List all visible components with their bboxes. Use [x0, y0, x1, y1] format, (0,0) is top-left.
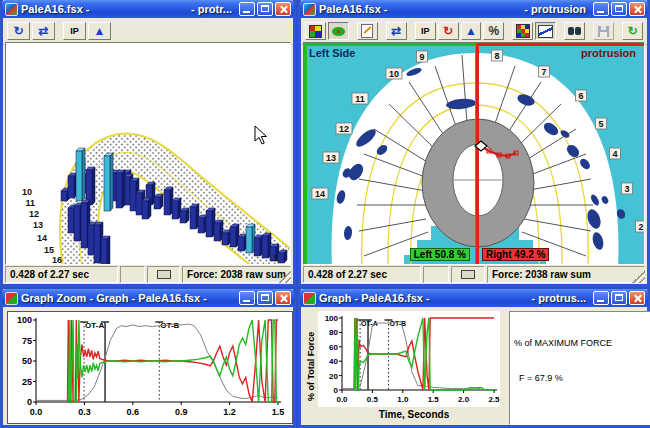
minimize-button[interactable]	[593, 2, 609, 16]
graph-app-icon	[303, 292, 316, 305]
svg-text:13: 13	[33, 220, 43, 230]
save-button[interactable]	[593, 22, 614, 40]
svg-text:0: 0	[334, 386, 339, 395]
svg-text:13: 13	[326, 153, 336, 163]
delta-view-button[interactable]: ▲	[461, 22, 482, 40]
close-button[interactable]	[629, 291, 645, 305]
ip-mode-button[interactable]: IP	[63, 22, 86, 40]
minimize-button[interactable]	[593, 291, 609, 305]
toolbar-3d: ↻⇄IP▲	[3, 18, 293, 45]
window-arch-view: PaleA16.fsx - - protrusion ⇄IP↻▲%↻ 98107…	[298, 0, 650, 287]
ip-mode-icon: IP	[70, 27, 79, 36]
svg-text:5: 5	[598, 119, 603, 129]
titlebar-arch-view[interactable]: PaleA16.fsx - - protrusion	[300, 0, 648, 18]
svg-text:0.0: 0.0	[336, 395, 348, 404]
graph-zoom-chart: 02550751000.00.30.60.91.21.5OT-AOT-B	[8, 312, 290, 421]
titlebar-graph-zoom[interactable]: Graph Zoom - Graph - PaleA16.fsx -	[2, 289, 294, 307]
svg-text:11: 11	[355, 94, 365, 104]
delta-view-button[interactable]: ▲	[88, 22, 111, 40]
svg-text:11: 11	[25, 198, 35, 208]
app-icon	[5, 3, 18, 16]
rotate-red-icon: ↻	[443, 25, 453, 37]
svg-text:1.2: 1.2	[223, 407, 236, 417]
status-sensor	[451, 266, 485, 283]
graph-panel: 0204060801000.00.51.01.52.02.5OT-AOT-B	[318, 311, 500, 407]
svg-text:15: 15	[44, 245, 54, 255]
minimize-button[interactable]	[239, 2, 255, 16]
window-graph-zoom: Graph Zoom - Graph - PaleA16.fsx - 02550…	[0, 289, 296, 428]
svg-text:80: 80	[329, 328, 338, 337]
refresh-green-button[interactable]: ↻	[622, 22, 643, 40]
maximize-button[interactable]	[611, 2, 627, 16]
graph-mode-button[interactable]	[535, 22, 556, 40]
statusbar-3d: 0.428 of 2.27 sec Force: 2038 raw sum	[5, 265, 291, 283]
delta-view-icon: ▲	[94, 25, 106, 37]
svg-text:1.0: 1.0	[397, 395, 409, 404]
svg-text:40: 40	[329, 357, 338, 366]
swap-arrows-button[interactable]: ⇄	[32, 22, 55, 40]
svg-text:4: 4	[612, 149, 617, 159]
status-sensor	[147, 266, 180, 283]
search-binoculars-button[interactable]	[564, 22, 585, 40]
graph-zoom-panel: 02550751000.00.30.60.91.21.5OT-AOT-B	[7, 311, 293, 424]
svg-text:20: 20	[329, 372, 338, 381]
quad-color-view-button[interactable]	[305, 22, 326, 40]
resize-grip[interactable]	[278, 270, 291, 283]
ip-mode-button[interactable]: IP	[415, 22, 436, 40]
svg-text:14: 14	[37, 233, 47, 243]
maximize-button[interactable]	[611, 291, 627, 305]
svg-text:50: 50	[22, 356, 32, 366]
status-time: 0.428 of 2.27 sec	[303, 266, 421, 283]
resize-grip[interactable]	[632, 270, 645, 283]
status-force: Force: 2038 raw sum	[487, 266, 645, 283]
svg-text:14: 14	[315, 189, 325, 199]
edit-notes-button[interactable]	[357, 22, 378, 40]
statusbar-arch: 0.428 of 2.27 sec Force: 2038 raw sum	[303, 265, 645, 283]
close-button[interactable]	[275, 2, 291, 16]
svg-text:75: 75	[22, 336, 32, 346]
maximize-button[interactable]	[257, 2, 273, 16]
svg-text:100: 100	[17, 315, 32, 325]
window-title: Graph Zoom - Graph - PaleA16.fsx -	[21, 292, 207, 304]
window-title: Graph - PaleA16.fsx -	[319, 292, 430, 304]
window-3d-forces: PaleA16.fsx - - protr... ↻⇄IP▲ 101112131…	[0, 0, 296, 287]
swap-arrows-button[interactable]: ⇄	[386, 22, 407, 40]
stat-max-force-value: F = 67.9 %	[514, 373, 646, 385]
close-button[interactable]	[629, 2, 645, 16]
svg-text:1: 1	[273, 253, 278, 263]
arch-view[interactable]: 981071161251341432 Left Side protrusion …	[303, 42, 645, 265]
refresh-button[interactable]: ↻	[7, 22, 30, 40]
left-percent-badge: Left 50.8 %	[410, 248, 470, 261]
close-button[interactable]	[275, 291, 291, 305]
window-title: PaleA16.fsx -	[319, 3, 387, 15]
svg-text:2.5: 2.5	[488, 395, 500, 404]
force-oval-view-button[interactable]	[328, 22, 349, 40]
arch-left-side-label: Left Side	[309, 47, 355, 59]
grid-color-view-button[interactable]	[512, 22, 533, 40]
titlebar-3d-forces[interactable]: PaleA16.fsx - - protr...	[2, 0, 294, 18]
svg-text:2: 2	[638, 222, 643, 232]
arch-protrusion-label: protrusion	[581, 47, 636, 59]
svg-text:100: 100	[325, 314, 339, 323]
titlebar-graph[interactable]: Graph - PaleA16.fsx - - protrus...	[300, 289, 648, 307]
refresh-icon: ↻	[13, 25, 23, 37]
minimize-button[interactable]	[239, 291, 255, 305]
window-graph: Graph - PaleA16.fsx - - protrus... % of …	[298, 289, 650, 428]
maximize-button[interactable]	[257, 291, 273, 305]
svg-text:0.3: 0.3	[78, 407, 91, 417]
svg-text:3: 3	[624, 184, 629, 194]
svg-text:7: 7	[541, 67, 546, 77]
3d-force-view[interactable]: 101112131415161 Left Side	[5, 42, 291, 265]
svg-text:0.9: 0.9	[175, 407, 188, 417]
status-spacer	[423, 266, 449, 283]
svg-text:10: 10	[389, 69, 399, 79]
sensor-icon	[461, 270, 475, 279]
window-title: PaleA16.fsx -	[21, 3, 89, 15]
right-percent-badge: Right 49.2 %	[482, 248, 549, 261]
svg-text:OT-A: OT-A	[361, 320, 378, 327]
svg-text:60: 60	[329, 343, 338, 352]
percent-view-button[interactable]: %	[483, 22, 504, 40]
delta-view-icon: ▲	[465, 25, 477, 37]
quad-color-view-icon	[309, 25, 322, 38]
rotate-red-button[interactable]: ↻	[438, 22, 459, 40]
